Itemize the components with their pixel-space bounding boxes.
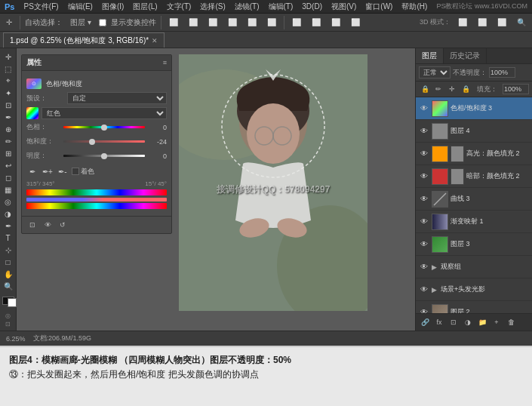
- distribute-icon[interactable]: ⬜: [289, 17, 304, 28]
- menu-select[interactable]: 选择(S): [198, 2, 226, 12]
- hue-slider[interactable]: [63, 126, 145, 128]
- align-left-icon[interactable]: ⬜: [166, 17, 181, 28]
- layer-item[interactable]: 👁 暗部：颜色填充 2: [416, 165, 532, 188]
- hand-tool[interactable]: ✋: [1, 269, 16, 280]
- eyedropper-plus-icon[interactable]: ✒+: [42, 165, 54, 177]
- layer-item[interactable]: 👁 图层 4: [416, 120, 532, 143]
- layer-item[interactable]: 👁 色相/饱和度 3: [416, 97, 532, 120]
- layer-item[interactable]: 👁 图层 2: [416, 301, 532, 313]
- pen-tool[interactable]: ✒: [1, 220, 16, 231]
- layer-visibility-toggle[interactable]: 👁: [419, 239, 429, 250]
- quick-mask-btn[interactable]: ◎: [5, 312, 11, 319]
- lock-image-icon[interactable]: ✏: [432, 83, 444, 95]
- preset-select[interactable]: 自定: [67, 92, 167, 104]
- distribute-icon4[interactable]: ⬜: [348, 17, 363, 28]
- add-mask-icon[interactable]: ⊡: [447, 316, 460, 328]
- panel-header[interactable]: 属性 ≡: [22, 55, 171, 71]
- brush-tool[interactable]: ✏: [1, 136, 16, 146]
- eye-icon[interactable]: 👁: [42, 219, 54, 231]
- link-layers-icon[interactable]: 🔗: [419, 316, 431, 328]
- layer-item[interactable]: 👁 渐变映射 1: [416, 211, 532, 233]
- layer-visibility-toggle[interactable]: 👁: [419, 217, 429, 227]
- magic-wand-tool[interactable]: ✦: [1, 88, 16, 98]
- layer-visibility-toggle[interactable]: 👁: [419, 171, 429, 182]
- menu-window[interactable]: 窗口(W): [364, 2, 394, 12]
- move-tool[interactable]: ✛: [1, 51, 16, 62]
- layer-item[interactable]: 👁 图层 3: [416, 233, 532, 256]
- reset-icon[interactable]: ↺: [57, 219, 69, 231]
- align-top-icon[interactable]: ⬜: [225, 17, 240, 28]
- shape-tool[interactable]: □: [1, 257, 16, 268]
- layer-visibility-toggle[interactable]: 👁: [419, 194, 429, 205]
- hue-saturation-icon[interactable]: ⊙: [26, 78, 42, 89]
- menu-image[interactable]: 图像(I): [100, 2, 125, 12]
- auto-select-dropdown[interactable]: 图层 ▾: [67, 16, 94, 29]
- path-tool[interactable]: ⊹: [1, 245, 16, 256]
- colorize-checkbox[interactable]: [72, 168, 79, 175]
- eyedropper-minus-icon[interactable]: ✒-: [57, 165, 69, 177]
- text-tool[interactable]: T: [1, 232, 16, 243]
- align-bottom-icon[interactable]: ⬜: [264, 17, 279, 28]
- menu-edit[interactable]: 编辑(E): [66, 2, 94, 12]
- colorize-checkbox-item[interactable]: 着色: [72, 167, 94, 177]
- add-group-icon[interactable]: 📁: [476, 316, 488, 328]
- clip-layer-icon[interactable]: ⊡: [26, 219, 38, 231]
- layer-group-item[interactable]: 👁 ▶ 观察组: [416, 256, 532, 278]
- foreground-color[interactable]: [2, 297, 14, 305]
- layer-visibility-toggle[interactable]: 👁: [419, 262, 429, 272]
- show-transform-checkbox[interactable]: [99, 19, 106, 26]
- menu-filter[interactable]: 滤镜(T): [233, 2, 261, 12]
- eraser-tool[interactable]: ◻: [1, 172, 16, 183]
- lock-all-icon[interactable]: 🔒: [460, 83, 472, 95]
- menu-edit2[interactable]: 编辑(T): [267, 2, 295, 12]
- align-middle-icon[interactable]: ⬜: [244, 17, 260, 28]
- align-right-icon[interactable]: ⬜: [205, 17, 220, 28]
- add-adjustment-icon[interactable]: ◑: [462, 316, 474, 328]
- menu-layer[interactable]: 图层(L): [131, 2, 158, 12]
- layer-visibility-toggle[interactable]: 👁: [419, 126, 429, 137]
- lasso-tool[interactable]: ⌖: [1, 75, 16, 86]
- delete-layer-icon[interactable]: 🗑: [505, 316, 517, 328]
- light-slider[interactable]: [63, 155, 145, 157]
- menu-3d[interactable]: 3D(D): [300, 2, 324, 11]
- lock-transparent-icon[interactable]: 🔒: [419, 83, 431, 95]
- layer-item[interactable]: 👁 曲线 3: [416, 188, 532, 211]
- layer-item[interactable]: 👁 高光：颜色填充 2: [416, 143, 532, 165]
- search-icon[interactable]: 🔍: [514, 17, 529, 28]
- group-collapse-icon[interactable]: ▶: [432, 286, 437, 294]
- gradient-tool[interactable]: ▦: [1, 184, 16, 195]
- 3d-mode-btn1[interactable]: ⬜: [455, 17, 470, 28]
- blur-tool[interactable]: ◎: [1, 196, 16, 207]
- background-color[interactable]: [8, 298, 17, 307]
- eyedropper-icon[interactable]: ✒: [26, 165, 38, 177]
- eyedropper-tool[interactable]: ✒: [1, 112, 16, 122]
- blend-mode-select[interactable]: 正常: [419, 66, 451, 78]
- panel-close-icon[interactable]: ≡: [163, 59, 167, 66]
- layer-visibility-toggle[interactable]: 👁: [419, 285, 429, 295]
- tab-close-icon[interactable]: ✕: [152, 37, 158, 45]
- channel-select[interactable]: 红色: [42, 107, 167, 119]
- document-tab[interactable]: 1.psd @ 6.25% (色相/饱和度 3, RGB/16)* ✕: [3, 32, 165, 48]
- history-brush-tool[interactable]: ↩: [1, 160, 16, 171]
- group-collapse-icon[interactable]: ▶: [432, 263, 437, 271]
- dodge-tool[interactable]: ◑: [1, 208, 16, 219]
- history-tab[interactable]: 历史记录: [444, 48, 487, 63]
- light-thumb[interactable]: [101, 153, 107, 159]
- layer-visibility-toggle[interactable]: 👁: [419, 307, 429, 314]
- fill-input[interactable]: [503, 84, 529, 94]
- lock-position-icon[interactable]: ✛: [446, 83, 458, 95]
- heal-tool[interactable]: ⊕: [1, 124, 16, 134]
- distribute-icon2[interactable]: ⬜: [309, 17, 324, 28]
- layer-visibility-toggle[interactable]: 👁: [419, 103, 429, 114]
- 3d-mode-btn2[interactable]: ⬜: [475, 17, 490, 28]
- channel-color-icon[interactable]: [26, 107, 38, 119]
- layer-visibility-toggle[interactable]: 👁: [419, 149, 429, 159]
- sat-slider[interactable]: [63, 140, 145, 143]
- stamp-tool[interactable]: ⊞: [1, 148, 16, 158]
- align-center-icon[interactable]: ⬜: [186, 17, 201, 28]
- crop-tool[interactable]: ⊡: [1, 100, 16, 110]
- 3d-mode-btn3[interactable]: ⬜: [494, 17, 509, 28]
- distribute-icon3[interactable]: ⬜: [328, 17, 343, 28]
- menu-view[interactable]: 视图(V): [330, 2, 358, 12]
- layers-tab[interactable]: 图层: [416, 48, 444, 63]
